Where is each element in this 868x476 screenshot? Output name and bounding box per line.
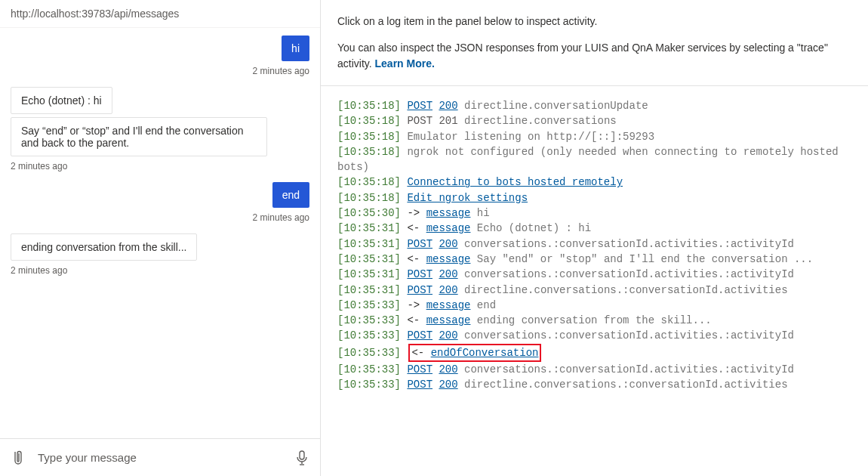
bot-message[interactable]: Echo (dotnet) : hi bbox=[11, 87, 309, 114]
log-link[interactable]: message bbox=[426, 207, 471, 219]
log-line[interactable]: [10:35:30] -> message hi bbox=[337, 206, 851, 221]
inspector-instructions: Click on a log item in the panel below t… bbox=[321, 0, 868, 86]
svg-rect-0 bbox=[300, 451, 304, 459]
log-timestamp: [10:35:18] bbox=[337, 115, 401, 127]
log-text: POST bbox=[407, 115, 439, 127]
log-timestamp: [10:35:18] bbox=[337, 100, 401, 112]
highlighted-log-entry: <- endOfConversation bbox=[408, 344, 541, 362]
log-line[interactable]: [10:35:33] POST 200 conversations.:conve… bbox=[337, 328, 851, 343]
log-text: conversations.:conversationId.activities… bbox=[464, 363, 794, 376]
log-line[interactable]: [10:35:31] <- message Say "end" or "stop… bbox=[337, 252, 851, 267]
log-timestamp: [10:35:33] bbox=[337, 329, 401, 342]
log-timestamp: [10:35:33] bbox=[337, 363, 401, 376]
log-timestamp: [10:35:30] bbox=[337, 207, 401, 219]
log-text: hi bbox=[477, 207, 490, 219]
log-line[interactable]: [10:35:18] POST 201 directline.conversat… bbox=[337, 113, 851, 128]
log-text: Say "end" or "stop" and I'll end the con… bbox=[477, 253, 813, 265]
log-link[interactable]: POST bbox=[407, 284, 432, 296]
log-line[interactable]: [10:35:31] <- message Echo (dotnet) : hi bbox=[337, 221, 851, 236]
activity-log[interactable]: [10:35:18] POST 200 directline.conversat… bbox=[321, 86, 868, 476]
log-direction-arrow: <- bbox=[407, 222, 426, 234]
log-direction-arrow: <- bbox=[411, 347, 430, 359]
log-link[interactable]: 200 bbox=[439, 100, 457, 112]
bot-message[interactable]: Say “end” or “stop” and I'll end the con… bbox=[11, 117, 309, 156]
log-text: directline.conversations.:conversationId… bbox=[464, 284, 787, 296]
log-line[interactable]: [10:35:31] POST 200 conversations.:conve… bbox=[337, 267, 851, 282]
log-line[interactable]: [10:35:33] <- message ending conversatio… bbox=[337, 313, 851, 328]
log-link[interactable]: message bbox=[426, 253, 471, 265]
log-text: conversations.:conversationId.activities… bbox=[464, 238, 794, 250]
chat-panel: http://localhost:39783/api/messages hi2 … bbox=[0, 0, 321, 476]
log-text: conversations.:conversationId.activities… bbox=[464, 329, 794, 342]
log-line[interactable]: [10:35:18] Connecting to bots hosted rem… bbox=[337, 175, 851, 190]
log-link[interactable]: message bbox=[426, 314, 471, 326]
message-bubble: Say “end” or “stop” and I'll end the con… bbox=[11, 117, 267, 156]
log-direction-arrow: -> bbox=[407, 299, 426, 311]
log-link[interactable]: 200 bbox=[439, 268, 457, 280]
log-link[interactable]: POST bbox=[407, 329, 432, 342]
log-line[interactable]: [10:35:31] POST 200 directline.conversat… bbox=[337, 283, 851, 298]
attach-icon[interactable] bbox=[9, 449, 27, 467]
log-text: Emulator listening on http://[::]:59293 bbox=[407, 131, 654, 143]
log-link[interactable]: POST bbox=[407, 363, 432, 376]
instruction-line-1: Click on a log item in the panel below t… bbox=[337, 14, 851, 29]
log-text: conversations.:conversationId.activities… bbox=[464, 268, 794, 280]
chat-transcript[interactable]: hi2 minutes agoEcho (dotnet) : hiSay “en… bbox=[0, 28, 320, 438]
log-line[interactable]: [10:35:33] <- endOfConversation bbox=[337, 344, 851, 362]
log-text: ngrok not configured (only needed when c… bbox=[337, 146, 845, 173]
message-timestamp: 2 minutes ago bbox=[11, 265, 309, 276]
log-link[interactable]: POST bbox=[407, 238, 432, 250]
bot-message[interactable]: ending conversation from the skill... bbox=[11, 233, 309, 261]
message-bubble: end bbox=[272, 182, 309, 208]
log-line[interactable]: [10:35:18] ngrok not configured (only ne… bbox=[337, 144, 851, 175]
log-link[interactable]: POST bbox=[407, 100, 432, 112]
message-bubble: ending conversation from the skill... bbox=[11, 233, 197, 261]
learn-more-link[interactable]: Learn More. bbox=[375, 57, 435, 70]
log-timestamp: [10:35:18] bbox=[337, 176, 401, 188]
log-text: 201 bbox=[439, 115, 457, 127]
log-link[interactable]: 200 bbox=[439, 363, 457, 376]
log-line[interactable]: [10:35:31] POST 200 conversations.:conve… bbox=[337, 236, 851, 252]
inspector-panel: Click on a log item in the panel below t… bbox=[321, 0, 868, 476]
user-message[interactable]: end bbox=[11, 182, 309, 208]
log-line[interactable]: [10:35:33] -> message end bbox=[337, 298, 851, 313]
log-line[interactable]: [10:35:18] POST 200 directline.conversat… bbox=[337, 98, 851, 113]
log-direction-arrow: <- bbox=[407, 314, 426, 326]
microphone-icon[interactable] bbox=[293, 449, 311, 467]
log-direction-arrow: <- bbox=[407, 253, 426, 265]
message-input-row bbox=[0, 438, 320, 476]
log-timestamp: [10:35:33] bbox=[337, 299, 401, 311]
log-link[interactable]: message bbox=[426, 299, 471, 311]
message-timestamp: 2 minutes ago bbox=[11, 212, 309, 223]
log-line[interactable]: [10:35:33] POST 200 conversations.:conve… bbox=[337, 362, 851, 377]
log-link[interactable]: Connecting to bots hosted remotely bbox=[407, 176, 623, 188]
user-message[interactable]: hi bbox=[11, 36, 309, 61]
message-bubble: Echo (dotnet) : hi bbox=[11, 87, 112, 114]
log-link[interactable]: 200 bbox=[439, 238, 457, 250]
log-text: end bbox=[477, 299, 496, 311]
log-link[interactable]: 200 bbox=[439, 329, 457, 342]
log-link[interactable]: Edit ngrok settings bbox=[407, 192, 528, 204]
log-link[interactable]: POST bbox=[407, 379, 432, 391]
log-text: directline.conversationUpdate bbox=[464, 100, 648, 112]
log-link[interactable]: 200 bbox=[439, 284, 457, 296]
log-timestamp: [10:35:31] bbox=[337, 284, 401, 296]
message-timestamp: 2 minutes ago bbox=[11, 66, 309, 76]
log-text: directline.conversations.:conversationId… bbox=[464, 379, 787, 391]
log-link[interactable]: POST bbox=[407, 268, 432, 280]
log-line[interactable]: [10:35:18] Edit ngrok settings bbox=[337, 190, 851, 206]
log-line[interactable]: [10:35:33] POST 200 directline.conversat… bbox=[337, 377, 851, 392]
log-text: directline.conversations bbox=[464, 115, 617, 127]
log-link[interactable]: message bbox=[426, 222, 471, 234]
message-input[interactable] bbox=[35, 445, 285, 470]
log-link[interactable]: 200 bbox=[439, 379, 457, 391]
log-text: ending conversation from the skill... bbox=[477, 314, 712, 326]
log-timestamp: [10:35:31] bbox=[337, 222, 401, 234]
message-timestamp: 2 minutes ago bbox=[11, 161, 309, 172]
log-line[interactable]: [10:35:18] Emulator listening on http://… bbox=[337, 129, 851, 144]
log-timestamp: [10:35:18] bbox=[337, 192, 401, 204]
log-link[interactable]: endOfConversation bbox=[431, 347, 539, 359]
log-timestamp: [10:35:31] bbox=[337, 238, 401, 250]
log-timestamp: [10:35:18] bbox=[337, 146, 401, 158]
log-timestamp: [10:35:33] bbox=[337, 347, 401, 359]
